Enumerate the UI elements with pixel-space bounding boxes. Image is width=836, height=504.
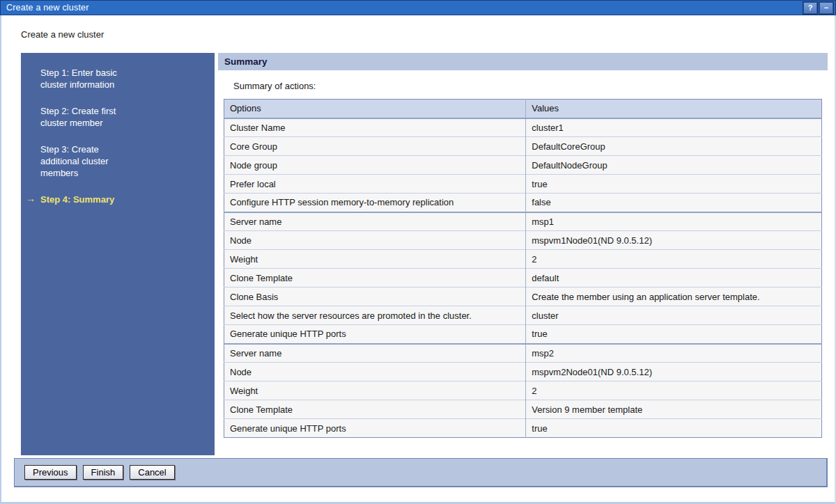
table-row: Core GroupDefaultCoreGroup — [224, 137, 822, 156]
wizard-step[interactable]: Step 3: Create additional cluster member… — [21, 143, 215, 179]
value-cell: true — [526, 325, 822, 344]
option-cell: Generate unique HTTP ports — [224, 325, 526, 344]
summary-table: Options Values Cluster Namecluster1Core … — [224, 99, 822, 438]
option-cell: Node group — [224, 156, 526, 175]
value-cell: mspvm2Node01(ND 9.0.5.12) — [526, 363, 822, 381]
dialog-title: Create a new cluster — [6, 3, 801, 13]
wizard-steps-sidebar: Step 1: Enter basic cluster informationS… — [21, 53, 215, 455]
table-row: Weight2 — [224, 381, 822, 400]
help-button[interactable]: ? — [803, 2, 817, 14]
table-row: Server namemsp2 — [224, 344, 822, 363]
table-row: Clone BasisCreate the member using an ap… — [224, 288, 822, 306]
value-cell: msp1 — [526, 212, 822, 231]
panel-body: Summary of actions: Options Values Clust… — [218, 70, 828, 443]
cancel-button[interactable]: Cancel — [130, 465, 174, 480]
wizard-step[interactable]: Step 2: Create first cluster member — [21, 105, 215, 129]
value-cell: 2 — [526, 381, 822, 400]
value-cell: mspvm1Node01(ND 9.0.5.12) — [526, 231, 822, 250]
wizard-step-label: Step 2: Create first cluster member — [40, 105, 132, 129]
value-cell: false — [526, 194, 822, 212]
wizard-step-label: Step 1: Enter basic cluster information — [40, 67, 132, 90]
table-row: Server namemsp1 — [224, 212, 822, 231]
wizard-step-label: Step 3: Create additional cluster member… — [40, 143, 132, 179]
wizard-step[interactable]: →Step 4: Summary — [21, 194, 215, 205]
table-row: Nodemspvm2Node01(ND 9.0.5.12) — [224, 363, 822, 381]
dialog-titlebar: Create a new cluster ? − — [0, 0, 836, 15]
wizard-container: Step 1: Enter basic cluster informationS… — [21, 53, 828, 455]
option-cell: Clone Template — [224, 400, 526, 419]
column-header-values: Values — [526, 100, 822, 118]
table-row: Configure HTTP session memory-to-memory … — [224, 194, 822, 212]
value-cell: 2 — [526, 250, 822, 269]
option-cell: Weight — [224, 250, 526, 269]
value-cell: DefaultCoreGroup — [526, 137, 822, 156]
option-cell: Configure HTTP session memory-to-memory … — [224, 194, 526, 212]
column-header-options: Options — [224, 100, 526, 118]
table-row: Clone Templatedefault — [224, 269, 822, 288]
value-cell: Version 9 member template — [526, 400, 822, 419]
table-row: Generate unique HTTP portstrue — [224, 419, 822, 438]
value-cell: true — [526, 419, 822, 438]
option-cell: Server name — [224, 212, 526, 231]
previous-button[interactable]: Previous — [24, 465, 77, 480]
value-cell: true — [526, 175, 822, 194]
option-cell: Generate unique HTTP ports — [224, 419, 526, 438]
current-step-arrow-icon: → — [26, 193, 36, 205]
table-row: Cluster Namecluster1 — [224, 118, 822, 137]
footer-bar: Previous Finish Cancel — [14, 458, 828, 487]
option-cell: Weight — [224, 381, 526, 400]
table-row: Generate unique HTTP portstrue — [224, 325, 822, 344]
table-row: Node groupDefaultNodeGroup — [224, 156, 822, 175]
table-row: Prefer localtrue — [224, 175, 822, 194]
table-row: Select how the server resources are prom… — [224, 306, 822, 325]
summary-subtitle: Summary of actions: — [233, 81, 822, 91]
option-cell: Prefer local — [224, 175, 526, 194]
finish-button[interactable]: Finish — [83, 465, 124, 480]
summary-table-body: Cluster Namecluster1Core GroupDefaultCor… — [224, 118, 822, 438]
option-cell: Cluster Name — [224, 118, 526, 137]
table-header-row: Options Values — [224, 100, 822, 118]
panel-title: Summary — [218, 53, 828, 70]
option-cell: Node — [224, 231, 526, 250]
option-cell: Clone Template — [224, 269, 526, 288]
option-cell: Node — [224, 363, 526, 381]
table-row: Clone TemplateVersion 9 member template — [224, 400, 822, 419]
table-row: Nodemspvm1Node01(ND 9.0.5.12) — [224, 231, 822, 250]
option-cell: Core Group — [224, 137, 526, 156]
wizard-step[interactable]: Step 1: Enter basic cluster information — [21, 67, 215, 90]
wizard-step-label: Step 4: Summary — [40, 194, 114, 205]
option-cell: Server name — [224, 344, 526, 363]
value-cell: default — [526, 269, 822, 288]
create-cluster-dialog: Create a new cluster ? − Create a new cl… — [0, 0, 836, 504]
value-cell: cluster — [526, 306, 822, 325]
value-cell: cluster1 — [526, 118, 822, 137]
option-cell: Select how the server resources are prom… — [224, 306, 526, 325]
value-cell: Create the member using an application s… — [526, 288, 822, 306]
page-title: Create a new cluster — [21, 29, 835, 40]
option-cell: Clone Basis — [224, 288, 526, 306]
table-row: Weight2 — [224, 250, 822, 269]
value-cell: msp2 — [526, 344, 822, 363]
summary-panel: Summary Summary of actions: Options Valu… — [218, 53, 828, 455]
value-cell: DefaultNodeGroup — [526, 156, 822, 175]
minimize-button[interactable]: − — [819, 2, 833, 14]
